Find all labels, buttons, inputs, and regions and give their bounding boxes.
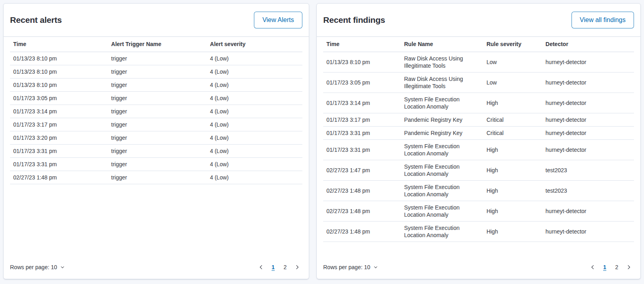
table-cell-severity: Low xyxy=(483,52,542,73)
table-cell-time: 02/27/23 1:47 pm xyxy=(323,160,401,181)
table-cell-detector: hurneyt-detector xyxy=(542,222,634,242)
alerts-table: TimeAlert Trigger NameAlert severity01/1… xyxy=(10,37,302,184)
table-row: 01/13/23 8:10 pmRaw Disk Access Using Il… xyxy=(323,52,634,73)
recent-alerts-footer: Rows per page: 10 1 2 xyxy=(4,256,309,279)
table-cell-time: 01/17/23 3:20 pm xyxy=(10,131,108,145)
column-header: Rule severity xyxy=(483,37,542,52)
table-cell-time: 01/17/23 3:31 pm xyxy=(323,140,401,160)
rows-per-page-button[interactable]: Rows per page: 10 xyxy=(323,264,378,270)
table-cell-rule: System File Execution Location Anomaly xyxy=(401,140,483,160)
table-cell-severity: Critical xyxy=(483,113,542,127)
table-header-row: TimeAlert Trigger NameAlert severity xyxy=(10,37,302,52)
table-cell-time: 01/17/23 3:31 pm xyxy=(10,158,108,171)
table-cell-severity: High xyxy=(483,93,542,113)
view-all-findings-button[interactable]: View all findings xyxy=(572,12,634,28)
page-number-2[interactable]: 2 xyxy=(280,262,290,272)
column-header: Time xyxy=(323,37,401,52)
table-cell-rule: Raw Disk Access Using Illegitimate Tools xyxy=(401,52,483,73)
table-cell-time: 01/13/23 8:10 pm xyxy=(323,52,401,73)
table-cell-severity: 4 (Low) xyxy=(207,131,302,145)
table-cell-detector: hurneyt-detector xyxy=(542,201,634,222)
table-cell-trigger: trigger xyxy=(108,79,207,92)
rows-per-page-label: Rows per page: 10 xyxy=(323,264,370,270)
table-row: 02/27/23 1:47 pmSystem File Execution Lo… xyxy=(323,160,634,181)
table-cell-severity: 4 (Low) xyxy=(207,171,302,184)
table-cell-time: 02/27/23 1:48 pm xyxy=(323,181,401,201)
chevron-right-icon xyxy=(626,264,632,270)
table-row: 01/13/23 8:10 pmtrigger4 (Low) xyxy=(10,65,302,79)
table-cell-severity: Low xyxy=(483,73,542,93)
table-cell-detector: test2023 xyxy=(542,160,634,181)
table-cell-detector: hurneyt-detector xyxy=(542,113,634,127)
dashboard-page: Recent alerts View Alerts TimeAlert Trig… xyxy=(0,0,644,284)
table-cell-time: 01/13/23 8:10 pm xyxy=(10,79,108,92)
table-cell-trigger: trigger xyxy=(108,145,207,158)
table-cell-severity: 4 (Low) xyxy=(207,65,302,79)
table-row: 01/17/23 3:14 pmtrigger4 (Low) xyxy=(10,105,302,118)
table-cell-trigger: trigger xyxy=(108,171,207,184)
chevron-left-icon xyxy=(258,264,264,270)
table-row: 01/13/23 8:10 pmtrigger4 (Low) xyxy=(10,52,302,65)
table-row: 01/17/23 3:05 pmRaw Disk Access Using Il… xyxy=(323,73,634,93)
table-row: 02/27/23 1:48 pmSystem File Execution Lo… xyxy=(323,201,634,222)
table-cell-severity: 4 (Low) xyxy=(207,92,302,105)
recent-alerts-header: Recent alerts View Alerts xyxy=(4,4,309,37)
chevron-down-icon xyxy=(60,265,65,270)
table-cell-time: 01/17/23 3:14 pm xyxy=(323,93,401,113)
table-cell-severity: 4 (Low) xyxy=(207,79,302,92)
findings-pagination: 1 2 xyxy=(588,262,634,272)
table-cell-time: 01/17/23 3:17 pm xyxy=(10,118,108,131)
rows-per-page-button[interactable]: Rows per page: 10 xyxy=(10,264,65,270)
table-cell-rule: System File Execution Location Anomaly xyxy=(401,93,483,113)
table-cell-rule: System File Execution Location Anomaly xyxy=(401,181,483,201)
page-number-2[interactable]: 2 xyxy=(612,262,622,272)
findings-table: TimeRule NameRule severityDetector01/13/… xyxy=(323,37,634,242)
table-row: 01/17/23 3:31 pmSystem File Execution Lo… xyxy=(323,140,634,160)
column-header: Alert severity xyxy=(207,37,302,52)
table-cell-detector: hurneyt-detector xyxy=(542,73,634,93)
table-cell-severity: 4 (Low) xyxy=(207,158,302,171)
table-row: 01/17/23 3:05 pmtrigger4 (Low) xyxy=(10,92,302,105)
column-header: Detector xyxy=(542,37,634,52)
recent-findings-body: TimeRule NameRule severityDetector01/13/… xyxy=(317,37,640,242)
table-cell-severity: 4 (Low) xyxy=(207,118,302,131)
recent-findings-panel: Recent findings View all findings TimeRu… xyxy=(316,3,641,279)
table-cell-severity: High xyxy=(483,140,542,160)
rows-per-page-label: Rows per page: 10 xyxy=(10,264,57,270)
previous-page-button[interactable] xyxy=(256,262,266,272)
table-row: 01/17/23 3:17 pmPandemic Registry KeyCri… xyxy=(323,113,634,127)
table-cell-trigger: trigger xyxy=(108,52,207,65)
table-cell-severity: High xyxy=(483,160,542,181)
table-cell-detector: test2023 xyxy=(542,181,634,201)
table-cell-rule: Pandemic Registry Key xyxy=(401,127,483,140)
table-cell-rule: Raw Disk Access Using Illegitimate Tools xyxy=(401,73,483,93)
table-cell-time: 01/13/23 8:10 pm xyxy=(10,52,108,65)
table-cell-trigger: trigger xyxy=(108,158,207,171)
table-cell-time: 01/17/23 3:05 pm xyxy=(10,92,108,105)
table-cell-severity: 4 (Low) xyxy=(207,105,302,118)
recent-findings-footer: Rows per page: 10 1 2 xyxy=(317,256,640,279)
table-row: 02/27/23 1:48 pmSystem File Execution Lo… xyxy=(323,222,634,242)
table-row: 01/17/23 3:31 pmtrigger4 (Low) xyxy=(10,145,302,158)
next-page-button[interactable] xyxy=(624,262,634,272)
table-row: 01/17/23 3:17 pmtrigger4 (Low) xyxy=(10,118,302,131)
table-cell-trigger: trigger xyxy=(108,131,207,145)
previous-page-button[interactable] xyxy=(588,262,598,272)
recent-alerts-title: Recent alerts xyxy=(10,15,62,25)
chevron-down-icon xyxy=(373,265,378,270)
table-cell-severity: High xyxy=(483,201,542,222)
next-page-button[interactable] xyxy=(292,262,302,272)
page-number-1[interactable]: 1 xyxy=(600,262,610,272)
table-cell-severity: High xyxy=(483,181,542,201)
table-cell-time: 01/17/23 3:31 pm xyxy=(10,145,108,158)
page-number-1[interactable]: 1 xyxy=(268,262,278,272)
recent-findings-title: Recent findings xyxy=(323,15,385,25)
view-alerts-button[interactable]: View Alerts xyxy=(254,12,302,28)
table-cell-detector: hurneyt-detector xyxy=(542,93,634,113)
recent-alerts-panel: Recent alerts View Alerts TimeAlert Trig… xyxy=(3,3,309,279)
column-header: Rule Name xyxy=(401,37,483,52)
table-cell-trigger: trigger xyxy=(108,65,207,79)
table-cell-trigger: trigger xyxy=(108,105,207,118)
table-cell-rule: System File Execution Location Anomaly xyxy=(401,160,483,181)
table-row: 02/27/23 1:48 pmtrigger4 (Low) xyxy=(10,171,302,184)
